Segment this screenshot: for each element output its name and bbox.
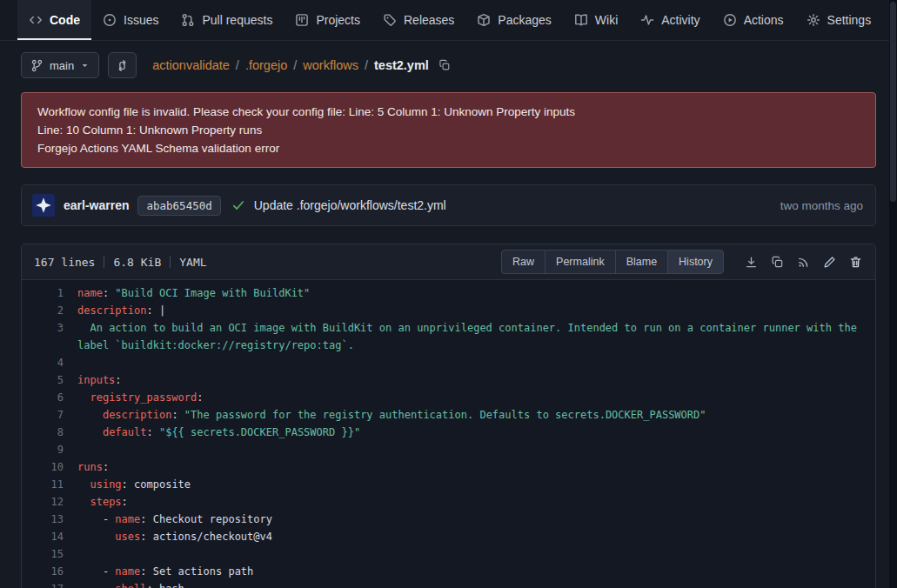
raw-button[interactable]: Raw [501, 250, 546, 274]
activity-icon [640, 13, 654, 27]
line-number[interactable]: 10 [22, 458, 77, 476]
repo-header: main actionvalidate/.forgejo/workflows/t… [0, 41, 897, 85]
file-lines-count: 167 lines [34, 256, 95, 269]
code-view: 1name: "Build OCI Image with BuildKit"2d… [22, 280, 875, 588]
tab-label: Projects [316, 13, 360, 27]
delete-icon[interactable] [844, 251, 867, 273]
line-number[interactable]: 3 [22, 319, 77, 354]
rss-icon[interactable] [792, 251, 814, 273]
copy-path-icon[interactable] [438, 59, 451, 71]
line-number[interactable]: 6 [22, 389, 77, 406]
tab-packages[interactable]: Packages [465, 0, 562, 40]
tab-actions[interactable]: Actions [712, 0, 795, 40]
line-number[interactable]: 9 [22, 441, 77, 458]
tab-releases[interactable]: Releases [372, 0, 465, 40]
projects-icon [295, 13, 309, 27]
line-content: inputs: [77, 371, 875, 389]
compare-button[interactable] [108, 52, 137, 78]
code-line: 8 default: "${{ secrets.DOCKER_PASSWORD … [22, 424, 875, 441]
line-content: registry_password: [77, 389, 875, 406]
tab-settings-label: Settings [827, 13, 872, 27]
history-button[interactable]: History [667, 250, 724, 274]
line-number[interactable]: 11 [22, 476, 77, 493]
divider [170, 256, 171, 268]
error-banner: Workflow config file is invalid. Please … [21, 92, 876, 168]
tab-code[interactable]: Code [17, 0, 91, 40]
tab-projects[interactable]: Projects [284, 0, 372, 40]
line-number[interactable]: 17 [22, 580, 77, 588]
code-line: 17 shell: bash [22, 580, 875, 588]
code-line: 7 description: "The password for the reg… [22, 406, 875, 424]
git-compare-icon [116, 59, 129, 72]
copy-file-icon[interactable] [766, 251, 788, 273]
file-stats: 167 lines 6.8 KiB YAML [34, 256, 207, 269]
file-language: YAML [179, 256, 206, 269]
breadcrumb-segment: test2.yml [374, 58, 429, 72]
download-icon[interactable] [740, 251, 762, 273]
file-action-icons [740, 251, 867, 273]
code-line: 11 using: composite [22, 476, 875, 493]
commit-time: two months ago [780, 199, 863, 212]
commit-message[interactable]: Update .forgejo/workflows/test2.yml [254, 198, 446, 212]
line-content: default: "${{ secrets.DOCKER_PASSWORD }}… [77, 424, 875, 441]
line-content: shell: bash [77, 580, 875, 588]
breadcrumb-segment[interactable]: workflows [303, 58, 358, 72]
code-line: 14 uses: actions/checkout@v4 [22, 528, 875, 545]
line-number[interactable]: 2 [22, 302, 77, 319]
tab-label: Wiki [595, 13, 618, 27]
releases-icon [383, 13, 397, 27]
line-number[interactable]: 13 [22, 511, 77, 528]
permalink-button[interactable]: Permalink [545, 250, 616, 274]
tab-settings[interactable]: Settings [795, 0, 883, 40]
code-line: 3 An action to build an OCI image with B… [22, 319, 875, 354]
line-content: - name: Set actions path [77, 563, 875, 580]
line-number[interactable]: 1 [22, 284, 77, 302]
code-line: 2description: | [22, 302, 875, 319]
line-content: An action to build an OCI image with Bui… [77, 319, 875, 354]
line-number[interactable]: 8 [22, 424, 77, 441]
error-line: Line: 10 Column 1: Unknown Property runs [37, 121, 860, 139]
tab-label: Packages [498, 13, 551, 27]
line-number[interactable]: 12 [22, 493, 77, 511]
line-number[interactable]: 15 [22, 545, 77, 563]
top-nav: CodeIssuesPull requestsProjectsReleasesP… [0, 0, 897, 41]
edit-icon[interactable] [818, 251, 840, 273]
line-content [77, 441, 875, 458]
breadcrumb-segment[interactable]: actionvalidate [152, 58, 230, 72]
repo-file-page: CodeIssuesPull requestsProjectsReleasesP… [0, 0, 897, 588]
tab-issues[interactable]: Issues [91, 0, 170, 40]
line-number[interactable]: 4 [22, 354, 77, 371]
wiki-icon [574, 13, 588, 27]
line-number[interactable]: 14 [22, 528, 77, 545]
tab-activity[interactable]: Activity [629, 0, 711, 40]
git-branch-icon [30, 59, 44, 72]
line-number[interactable]: 5 [22, 371, 77, 389]
code-line: 12 steps: [22, 493, 875, 511]
avatar[interactable] [32, 194, 55, 217]
line-content: description: "The password for the regis… [77, 406, 875, 424]
actions-icon [723, 13, 737, 27]
branch-selector[interactable]: main [21, 52, 99, 78]
line-content: name: "Build OCI Image with BuildKit" [77, 284, 875, 302]
scrollbar-thumb[interactable] [890, 2, 896, 202]
line-content: using: composite [77, 476, 875, 493]
branch-name: main [50, 59, 74, 72]
commit-sha[interactable]: abab65450d [137, 196, 220, 216]
line-number[interactable]: 16 [22, 563, 77, 580]
line-content: uses: actions/checkout@v4 [77, 528, 875, 545]
error-line: Workflow config file is invalid. Please … [37, 103, 860, 121]
breadcrumb: actionvalidate/.forgejo/workflows/test2.… [152, 58, 451, 72]
tab-wiki[interactable]: Wiki [563, 0, 629, 40]
check-icon[interactable] [231, 198, 245, 212]
page-scrollbar[interactable] [889, 0, 897, 588]
breadcrumb-segment[interactable]: .forgejo [245, 58, 287, 72]
chevron-down-icon [80, 61, 90, 70]
commit-author[interactable]: earl-warren [64, 198, 129, 212]
tab-pull-requests[interactable]: Pull requests [170, 0, 284, 40]
blame-button[interactable]: Blame [615, 250, 668, 274]
issues-icon [103, 13, 117, 27]
code-line: 15 [22, 545, 875, 563]
line-number[interactable]: 7 [22, 406, 77, 424]
line-content: - name: Checkout repository [77, 511, 875, 528]
pull-request-icon [181, 13, 195, 27]
